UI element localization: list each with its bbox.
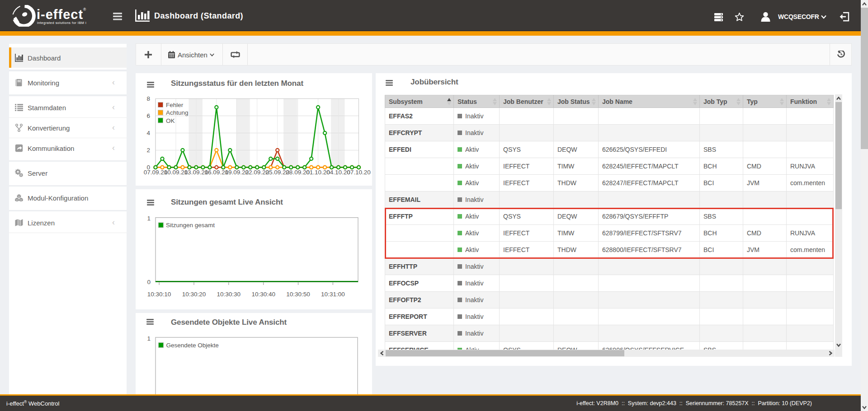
svg-text:Sitzungen gesamt: Sitzungen gesamt — [166, 222, 215, 229]
svg-text:i-effect: i-effect — [37, 7, 83, 22]
svg-text:10:31:00: 10:31:00 — [321, 291, 345, 298]
svg-text:10:30:30: 10:30:30 — [217, 291, 241, 298]
svg-text:10:30:20: 10:30:20 — [182, 291, 206, 298]
svg-text:1: 1 — [147, 215, 151, 222]
svg-text:6: 6 — [146, 112, 150, 119]
svg-text:Fehler: Fehler — [166, 102, 184, 108]
svg-text:10:30:50: 10:30:50 — [286, 291, 310, 298]
svg-text:Achtung: Achtung — [166, 109, 189, 116]
svg-text:®: ® — [83, 7, 86, 12]
svg-text:4: 4 — [146, 130, 150, 136]
svg-text:0: 0 — [147, 279, 151, 285]
svg-text:OK: OK — [166, 117, 175, 124]
svg-text:Gesendete Objekte: Gesendete Objekte — [166, 342, 218, 349]
svg-text:integrated solutions for IBM i: integrated solutions for IBM i — [37, 21, 86, 25]
svg-text:2: 2 — [146, 147, 150, 154]
svg-text:1: 1 — [147, 335, 151, 342]
svg-text:07.10.20: 07.10.20 — [347, 169, 371, 176]
svg-text:10:30:10: 10:30:10 — [147, 291, 171, 298]
svg-text:8: 8 — [146, 95, 150, 102]
svg-text:10:30:40: 10:30:40 — [251, 291, 275, 298]
